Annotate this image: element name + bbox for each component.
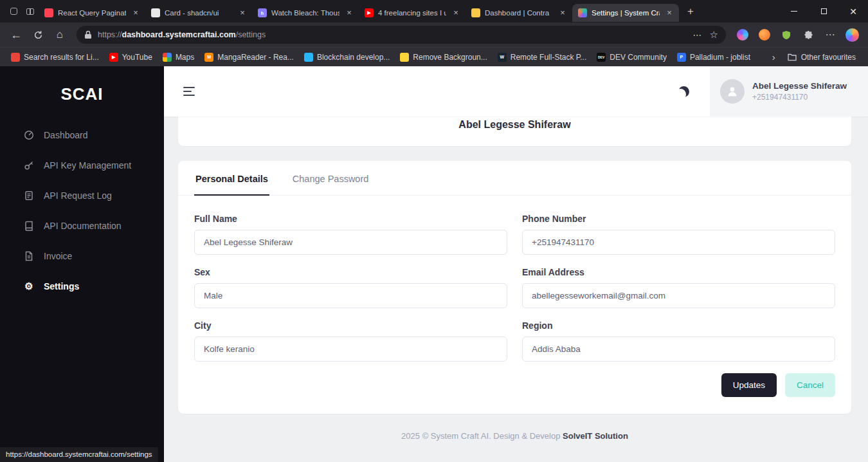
browser-menu-icon[interactable]: ⋯	[820, 26, 840, 44]
sidebar-item-invoice[interactable]: Invoice	[0, 241, 164, 271]
sidebar-item-api-request-log[interactable]: API Request Log	[0, 180, 164, 210]
header-user-panel[interactable]: Abel Legesse Shiferaw +251947431170	[710, 66, 868, 116]
refresh-icon[interactable]	[28, 26, 48, 44]
book-icon	[23, 221, 35, 231]
settings-tabs: Personal Details Change Password	[178, 161, 851, 196]
sex-input[interactable]	[194, 283, 507, 308]
address-bar-actions: ⋯ ☆	[693, 29, 718, 41]
tab-strip: React Query Paginatio × Card - shadcn/ui…	[0, 0, 779, 23]
site-info-lock-icon[interactable]	[84, 30, 92, 39]
tab-close-icon[interactable]: ×	[451, 8, 461, 18]
region-input[interactable]	[522, 337, 835, 362]
sidebar-item-api-documentation[interactable]: API Documentation	[0, 210, 164, 241]
new-tab-button[interactable]: +	[682, 3, 699, 20]
main-area: Abel Legesse Shiferaw Personal Details C…	[164, 116, 868, 462]
browser-profile-avatar[interactable]	[842, 26, 862, 44]
browser-tab-settings-active[interactable]: Settings | System Cra ×	[572, 4, 679, 22]
city-label: City	[194, 320, 507, 331]
browser-tab-bleach[interactable]: h Watch Bleach: Thousa ×	[252, 4, 359, 22]
tab-close-icon[interactable]: ×	[344, 8, 354, 18]
bookmark-item[interactable]: P Palladium - joblist	[673, 51, 755, 64]
bookmark-item[interactable]: W Remote Full-Stack P...	[493, 51, 592, 64]
city-input[interactable]	[194, 337, 507, 362]
tab-close-icon[interactable]: ×	[557, 8, 568, 18]
tab-search-icon[interactable]	[5, 3, 22, 20]
tab-title: React Query Paginatio	[58, 9, 126, 17]
home-icon[interactable]: ⌂	[50, 26, 70, 44]
close-button[interactable]: ✕	[838, 0, 868, 23]
tab-close-icon[interactable]: ×	[664, 8, 674, 18]
bookmark-item[interactable]: Maps	[158, 51, 199, 64]
bookmark-label: Blockchain develop...	[317, 53, 390, 62]
tab-change-password[interactable]: Change Password	[291, 161, 370, 195]
extensions-puzzle-icon[interactable]	[798, 26, 818, 44]
profile-name-title: Abel Legesse Shiferaw	[458, 119, 570, 131]
phone-number-field-group: Phone Number	[522, 214, 835, 255]
email-field-group: Email Address	[522, 267, 835, 308]
bookmark-label: Remove Backgroun...	[413, 53, 487, 62]
url-text: https://dashboard.systemcraftai.com/sett…	[98, 30, 266, 39]
url-scheme: https://	[98, 30, 122, 39]
full-name-input[interactable]	[194, 230, 507, 255]
bookmark-item[interactable]: DEV DEV Community	[592, 51, 671, 64]
app-sidebar: SCAI Dashboard API Key Management API Re…	[0, 66, 164, 462]
address-more-icon[interactable]: ⋯	[693, 30, 702, 40]
bookmark-item[interactable]: M MangaReader - Rea...	[200, 51, 298, 64]
bookmark-item[interactable]: Remove Backgroun...	[395, 51, 491, 64]
bookmark-item[interactable]: Blockchain develop...	[300, 51, 394, 64]
app-content: Abel Legesse Shiferaw +251947431170 Abel…	[164, 66, 868, 462]
sidebar-item-label: Settings	[44, 281, 79, 291]
browser-tab-react-query[interactable]: React Query Paginatio ×	[39, 4, 145, 22]
cancel-button[interactable]: Cancel	[785, 373, 835, 397]
sidebar-item-label: API Key Management	[44, 160, 131, 171]
tab-close-icon[interactable]: ×	[131, 8, 141, 18]
profile-title-card: Abel Legesse Shiferaw	[178, 116, 851, 146]
bookmark-favicon	[304, 53, 313, 62]
full-name-field-group: Full Name	[194, 214, 507, 255]
sidebar-item-dashboard[interactable]: Dashboard	[0, 120, 164, 150]
bookmark-label: Maps	[176, 53, 194, 62]
footer-text: 2025 © System Craft AI. Design & Develop	[401, 431, 563, 441]
gear-icon: ⚙	[23, 281, 35, 291]
favorite-star-icon[interactable]: ☆	[710, 29, 718, 41]
back-icon[interactable]: ←	[6, 26, 26, 44]
form-actions: Updates Cancel	[194, 373, 835, 397]
phone-number-input[interactable]	[522, 230, 835, 255]
bookmarks-bar: Search results for Li... ▶ YouTube Maps …	[0, 47, 868, 66]
invoice-icon	[23, 251, 35, 261]
browser-tab-shadcn[interactable]: Card - shadcn/ui ×	[145, 4, 252, 22]
address-bar[interactable]: https://dashboard.systemcraftai.com/sett…	[77, 26, 726, 44]
bookmarks-overflow-icon[interactable]: ›	[767, 51, 781, 62]
bookmark-favicon: P	[677, 53, 686, 62]
app-logo[interactable]: SCAI	[0, 66, 164, 120]
browser-tab-freelancing[interactable]: ▶ 4 freelancing sites I u ×	[359, 4, 466, 22]
copilot-icon[interactable]	[732, 26, 753, 44]
other-favourites-button[interactable]: Other favourites	[782, 51, 862, 64]
tab-favicon: h	[258, 8, 267, 17]
dark-mode-toggle[interactable]	[674, 82, 693, 101]
workspaces-icon[interactable]	[22, 3, 39, 20]
moon-icon	[678, 86, 689, 97]
shield-extension-icon[interactable]	[776, 26, 797, 44]
hamburger-menu-icon[interactable]	[183, 87, 195, 96]
tab-personal-details[interactable]: Personal Details	[194, 161, 269, 196]
bookmark-favicon: M	[204, 53, 213, 62]
tab-favicon	[151, 8, 160, 17]
extension-ublock-icon[interactable]	[754, 26, 775, 44]
web-page: SCAI Dashboard API Key Management API Re…	[0, 66, 868, 462]
bookmark-label: Palladium - joblist	[690, 53, 750, 62]
bookmark-item[interactable]: Search results for Li...	[6, 51, 104, 64]
tab-close-icon[interactable]: ×	[237, 8, 248, 18]
updates-button[interactable]: Updates	[721, 373, 777, 397]
email-input[interactable]	[522, 283, 835, 308]
other-favourites-label: Other favourites	[801, 53, 856, 62]
tab-title: Dashboard | Contra	[485, 9, 553, 17]
maximize-button[interactable]	[809, 0, 838, 23]
sidebar-item-settings[interactable]: ⚙ Settings	[0, 271, 164, 301]
minimize-button[interactable]	[779, 0, 809, 23]
tab-favicon	[44, 8, 53, 17]
browser-tab-contra[interactable]: Dashboard | Contra ×	[466, 4, 572, 22]
sidebar-item-api-key-management[interactable]: API Key Management	[0, 150, 164, 180]
bookmark-item[interactable]: ▶ YouTube	[105, 51, 157, 64]
sidebar-item-label: Dashboard	[44, 130, 88, 140]
